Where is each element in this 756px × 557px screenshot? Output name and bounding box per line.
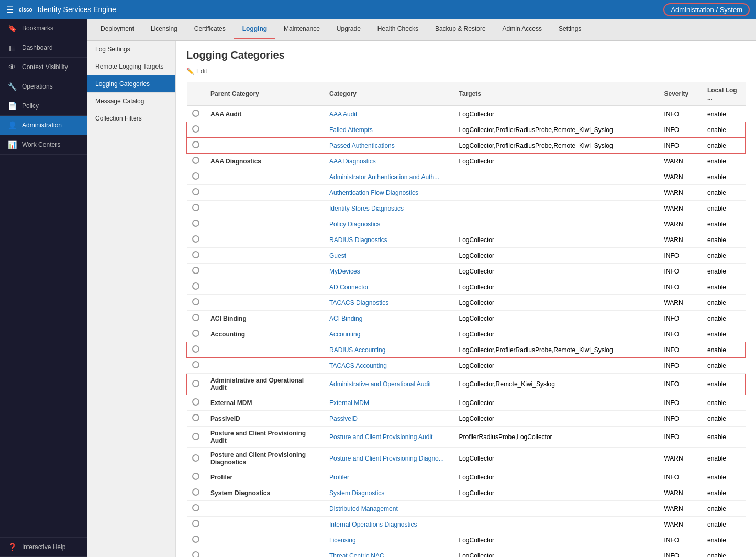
cell-parent-posture-audit-parent: Posture and Client Provisioning Audit [205, 427, 324, 448]
row-radio-failed-attempts[interactable] [192, 125, 199, 133]
cell-category-aci-binding-parent[interactable]: ACI Binding [329, 315, 362, 322]
tab-licensing[interactable]: Licensing [142, 20, 186, 39]
cell-severity-passiveid: INFO [659, 411, 702, 427]
row-radio-radius-accounting[interactable] [192, 345, 199, 353]
cell-category-threat-centric-nac[interactable]: Threat Centric NAC [329, 552, 384, 558]
cell-category-identity-stores[interactable]: Identity Stores Diagnostics [329, 205, 404, 212]
sub-sidebar-logging-categories[interactable]: Logging Categories [87, 75, 175, 93]
interactive-help-icon: ❓ [7, 543, 17, 551]
row-radio-policy-diag[interactable] [192, 220, 199, 227]
row-radio-admin-auth[interactable] [192, 172, 199, 180]
cell-targets-ad-connector: LogCollector [454, 279, 659, 295]
edit-button[interactable]: ✏️ Edit [186, 68, 746, 75]
sub-sidebar-log-settings[interactable]: Log Settings [87, 41, 175, 58]
cell-category-failed-attempts[interactable]: Failed Attempts [329, 126, 373, 134]
cell-category-guest[interactable]: Guest [329, 252, 346, 259]
cell-severity-distributed-mgmt: WARN [659, 501, 702, 517]
cell-parent-aaa-audit-parent: AAA Audit [205, 106, 324, 122]
row-radio-tacacs-accounting[interactable] [192, 361, 199, 368]
row-radio-tacacs-diag[interactable] [192, 298, 199, 305]
cell-targets-identity-stores [454, 201, 659, 216]
cell-category-distributed-mgmt[interactable]: Distributed Management [329, 505, 398, 512]
cell-category-policy-diag[interactable]: Policy Diagnostics [329, 221, 380, 228]
row-radio-accounting-parent[interactable] [192, 330, 199, 337]
row-radio-external-mdm[interactable] [192, 398, 199, 406]
table-row: AAA DiagnosticsAAA DiagnosticsLogCollect… [187, 154, 746, 169]
cell-category-admin-ops-audit-parent[interactable]: Administrative and Operational Audit [329, 380, 431, 388]
sidebar-item-interactive-help[interactable]: ❓ Interactive Help [0, 537, 87, 557]
row-radio-auth-flow[interactable] [192, 188, 199, 195]
row-radio-passiveid[interactable] [192, 414, 199, 421]
tab-certificates[interactable]: Certificates [186, 20, 234, 39]
cell-targets-radius-diag: LogCollector [454, 232, 659, 248]
cell-category-licensing-cat[interactable]: Licensing [329, 537, 356, 544]
tab-deployment[interactable]: Deployment [92, 20, 142, 39]
cell-parent-auth-flow [205, 185, 324, 201]
cell-category-ad-connector[interactable]: AD Connector [329, 283, 369, 291]
cell-category-accounting-parent[interactable]: Accounting [329, 331, 360, 338]
cell-category-radius-accounting[interactable]: RADIUS Accounting [329, 346, 385, 354]
row-radio-guest[interactable] [192, 251, 199, 258]
tab-logging[interactable]: Logging [234, 20, 275, 39]
cell-category-tacacs-accounting[interactable]: TACACS Accounting [329, 362, 387, 369]
cell-category-posture-audit-parent[interactable]: Posture and Client Provisioning Audit [329, 433, 432, 441]
cell-category-system-diag[interactable]: System Diagnostics [329, 489, 384, 497]
row-radio-admin-ops-audit-parent[interactable] [192, 380, 199, 387]
cell-category-auth-flow[interactable]: Authentication Flow Diagnostics [329, 189, 418, 196]
sidebar-item-context-visibility[interactable]: 👁 Context Visibility [0, 58, 87, 77]
row-radio-radius-diag[interactable] [192, 235, 199, 243]
row-radio-distributed-mgmt[interactable] [192, 504, 199, 511]
row-radio-internal-ops-diag[interactable] [192, 520, 199, 527]
cell-category-radius-diag[interactable]: RADIUS Diagnostics [329, 236, 387, 244]
row-radio-licensing-cat[interactable] [192, 536, 199, 543]
menu-icon[interactable]: ☰ [6, 5, 14, 15]
row-radio-posture-diag-parent[interactable] [192, 454, 199, 462]
table-row: AD ConnectorLogCollectorINFOenable [187, 279, 746, 295]
row-radio-threat-centric-nac[interactable] [192, 551, 199, 557]
cell-severity-ad-connector: INFO [659, 279, 702, 295]
sub-sidebar-remote-logging[interactable]: Remote Logging Targets [87, 58, 175, 75]
row-radio-aaa-diag-parent[interactable] [192, 157, 199, 164]
cell-category-internal-ops-diag[interactable]: Internal Operations Diagnostics [329, 521, 417, 528]
row-radio-posture-audit-parent[interactable] [192, 433, 199, 440]
sidebar-item-bookmarks[interactable]: 🔖 Bookmarks [0, 19, 87, 38]
row-radio-aaa-audit-parent[interactable] [192, 110, 199, 117]
page-title: Logging Categories [186, 49, 746, 61]
tab-settings[interactable]: Settings [550, 20, 590, 39]
row-radio-passed-auth[interactable] [192, 141, 199, 148]
cell-category-aaa-audit-parent[interactable]: AAA Audit [329, 111, 357, 118]
row-radio-identity-stores[interactable] [192, 204, 199, 211]
sidebar-label-administration: Administration [22, 122, 62, 129]
cell-severity-accounting-parent: INFO [659, 326, 702, 342]
col-header-targets: Targets [454, 82, 659, 106]
cell-category-posture-diag-parent[interactable]: Posture and Client Provisioning Diagno..… [329, 455, 444, 462]
tab-upgrade[interactable]: Upgrade [328, 20, 369, 39]
cell-category-tacacs-diag[interactable]: TACACS Diagnostics [329, 299, 388, 307]
sidebar-item-work-centers[interactable]: 📊 Work Centers [0, 135, 87, 155]
tab-admin-access[interactable]: Admin Access [494, 20, 550, 39]
row-radio-aci-binding-parent[interactable] [192, 314, 199, 321]
cell-category-external-mdm[interactable]: External MDM [329, 399, 369, 407]
cell-category-profiler[interactable]: Profiler [329, 474, 349, 481]
cell-category-admin-auth[interactable]: Administrator Authentication and Auth... [329, 173, 439, 181]
cell-category-aaa-diag-parent[interactable]: AAA Diagnostics [329, 158, 376, 165]
cell-severity-guest: INFO [659, 248, 702, 264]
sub-sidebar-message-catalog[interactable]: Message Catalog [87, 93, 175, 110]
sub-sidebar-collection-filters[interactable]: Collection Filters [87, 110, 175, 127]
tab-backup-restore[interactable]: Backup & Restore [427, 20, 494, 39]
row-radio-system-diag[interactable] [192, 488, 199, 496]
cell-category-mydevices[interactable]: MyDevices [329, 268, 360, 275]
row-radio-profiler[interactable] [192, 473, 199, 480]
sidebar: 🔖 Bookmarks ▦ Dashboard 👁 Context Visibi… [0, 19, 87, 557]
tab-health-checks[interactable]: Health Checks [369, 20, 427, 39]
cell-category-passed-auth[interactable]: Passed Authentications [329, 142, 395, 149]
sidebar-item-administration[interactable]: 👤 Administration [0, 116, 87, 135]
cell-category-passiveid[interactable]: PassiveID [329, 415, 358, 422]
row-radio-mydevices[interactable] [192, 267, 199, 274]
tab-maintenance[interactable]: Maintenance [275, 20, 328, 39]
sidebar-item-policy[interactable]: 📄 Policy [0, 96, 87, 116]
cell-targets-failed-attempts: LogCollector,ProfilerRadiusProbe,Remote_… [454, 122, 659, 138]
sidebar-item-operations[interactable]: 🔧 Operations [0, 77, 87, 96]
sidebar-item-dashboard[interactable]: ▦ Dashboard [0, 38, 87, 58]
row-radio-ad-connector[interactable] [192, 282, 199, 290]
